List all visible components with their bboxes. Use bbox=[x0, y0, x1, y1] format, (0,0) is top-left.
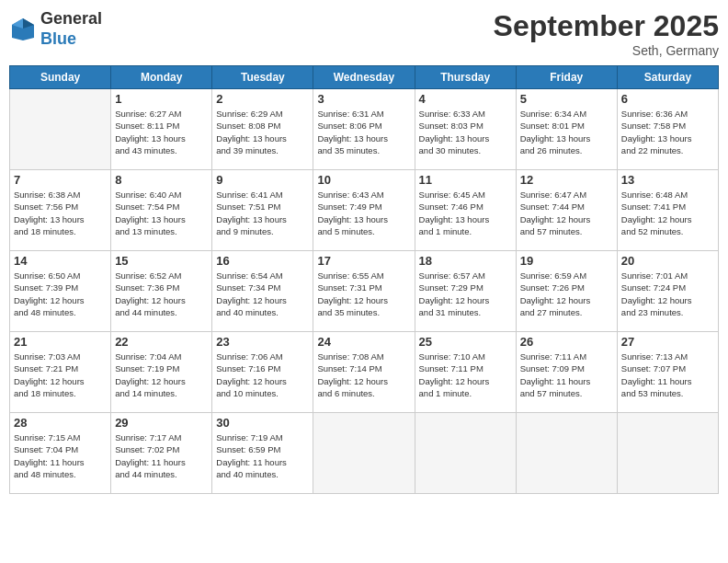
day-info: Sunrise: 6:29 AMSunset: 8:08 PMDaylight:… bbox=[216, 108, 309, 156]
day-header-friday: Friday bbox=[516, 66, 617, 89]
day-info: Sunrise: 6:45 AMSunset: 7:46 PMDaylight:… bbox=[419, 189, 512, 237]
day-info: Sunrise: 6:52 AMSunset: 7:36 PMDaylight:… bbox=[115, 270, 208, 318]
week-row-1: 1Sunrise: 6:27 AMSunset: 8:11 PMDaylight… bbox=[10, 89, 719, 170]
calendar-cell: 22Sunrise: 7:04 AMSunset: 7:19 PMDayligh… bbox=[111, 332, 212, 413]
week-row-2: 7Sunrise: 6:38 AMSunset: 7:56 PMDaylight… bbox=[10, 170, 719, 251]
day-number: 14 bbox=[14, 254, 107, 268]
day-info: Sunrise: 6:40 AMSunset: 7:54 PMDaylight:… bbox=[115, 189, 208, 237]
logo: General Blue bbox=[9, 9, 102, 49]
day-number: 29 bbox=[115, 416, 208, 430]
calendar-cell: 24Sunrise: 7:08 AMSunset: 7:14 PMDayligh… bbox=[313, 332, 415, 413]
day-info: Sunrise: 6:36 AMSunset: 7:58 PMDaylight:… bbox=[621, 108, 714, 156]
day-number: 7 bbox=[14, 173, 107, 187]
page: General Blue September 2025 Seth, German… bbox=[0, 0, 728, 563]
day-number: 28 bbox=[14, 416, 107, 430]
day-info: Sunrise: 7:10 AMSunset: 7:11 PMDaylight:… bbox=[419, 350, 512, 399]
calendar-cell: 3Sunrise: 6:31 AMSunset: 8:06 PMDaylight… bbox=[313, 89, 415, 170]
day-number: 12 bbox=[520, 173, 613, 187]
calendar-cell bbox=[415, 413, 516, 494]
day-number: 1 bbox=[115, 92, 208, 106]
day-info: Sunrise: 6:55 AMSunset: 7:31 PMDaylight:… bbox=[317, 270, 410, 318]
calendar-cell: 13Sunrise: 6:48 AMSunset: 7:41 PMDayligh… bbox=[617, 170, 718, 251]
day-info: Sunrise: 7:06 AMSunset: 7:16 PMDaylight:… bbox=[216, 350, 309, 399]
day-number: 9 bbox=[216, 173, 309, 187]
title-block: September 2025 Seth, Germany bbox=[494, 9, 719, 58]
calendar-cell: 17Sunrise: 6:55 AMSunset: 7:31 PMDayligh… bbox=[313, 251, 415, 332]
day-info: Sunrise: 7:19 AMSunset: 6:59 PMDaylight:… bbox=[216, 431, 309, 480]
calendar-cell: 11Sunrise: 6:45 AMSunset: 7:46 PMDayligh… bbox=[415, 170, 516, 251]
day-number: 11 bbox=[419, 173, 512, 187]
day-info: Sunrise: 6:59 AMSunset: 7:26 PMDaylight:… bbox=[520, 270, 613, 318]
day-info: Sunrise: 7:15 AMSunset: 7:04 PMDaylight:… bbox=[14, 431, 107, 480]
day-number: 4 bbox=[419, 92, 512, 106]
week-row-5: 28Sunrise: 7:15 AMSunset: 7:04 PMDayligh… bbox=[10, 413, 719, 494]
calendar-table: SundayMondayTuesdayWednesdayThursdayFrid… bbox=[9, 65, 719, 494]
day-number: 18 bbox=[419, 254, 512, 268]
day-number: 24 bbox=[317, 335, 410, 349]
day-info: Sunrise: 7:04 AMSunset: 7:19 PMDaylight:… bbox=[115, 350, 208, 399]
day-number: 16 bbox=[216, 254, 309, 268]
day-number: 17 bbox=[317, 254, 410, 268]
header: General Blue September 2025 Seth, German… bbox=[9, 9, 719, 58]
calendar-cell: 15Sunrise: 6:52 AMSunset: 7:36 PMDayligh… bbox=[111, 251, 212, 332]
calendar-cell: 6Sunrise: 6:36 AMSunset: 7:58 PMDaylight… bbox=[617, 89, 718, 170]
day-info: Sunrise: 7:03 AMSunset: 7:21 PMDaylight:… bbox=[14, 350, 107, 399]
day-info: Sunrise: 6:27 AMSunset: 8:11 PMDaylight:… bbox=[115, 108, 208, 156]
calendar-cell: 26Sunrise: 7:11 AMSunset: 7:09 PMDayligh… bbox=[516, 332, 617, 413]
calendar-cell: 23Sunrise: 7:06 AMSunset: 7:16 PMDayligh… bbox=[212, 332, 313, 413]
calendar-cell: 19Sunrise: 6:59 AMSunset: 7:26 PMDayligh… bbox=[516, 251, 617, 332]
day-number: 6 bbox=[621, 92, 714, 106]
day-number: 3 bbox=[317, 92, 410, 106]
day-info: Sunrise: 7:08 AMSunset: 7:14 PMDaylight:… bbox=[317, 350, 410, 399]
logo-blue: Blue bbox=[40, 29, 102, 50]
day-number: 19 bbox=[520, 254, 613, 268]
calendar-cell: 30Sunrise: 7:19 AMSunset: 6:59 PMDayligh… bbox=[212, 413, 313, 494]
week-row-3: 14Sunrise: 6:50 AMSunset: 7:39 PMDayligh… bbox=[10, 251, 719, 332]
day-number: 10 bbox=[317, 173, 410, 187]
calendar-cell bbox=[10, 89, 111, 170]
calendar-cell: 2Sunrise: 6:29 AMSunset: 8:08 PMDaylight… bbox=[212, 89, 313, 170]
day-info: Sunrise: 6:50 AMSunset: 7:39 PMDaylight:… bbox=[14, 270, 107, 318]
day-info: Sunrise: 6:31 AMSunset: 8:06 PMDaylight:… bbox=[317, 108, 410, 156]
day-number: 20 bbox=[621, 254, 714, 268]
day-header-wednesday: Wednesday bbox=[313, 66, 415, 89]
calendar-cell: 5Sunrise: 6:34 AMSunset: 8:01 PMDaylight… bbox=[516, 89, 617, 170]
calendar-cell: 20Sunrise: 7:01 AMSunset: 7:24 PMDayligh… bbox=[617, 251, 718, 332]
calendar-cell: 27Sunrise: 7:13 AMSunset: 7:07 PMDayligh… bbox=[617, 332, 718, 413]
day-info: Sunrise: 6:57 AMSunset: 7:29 PMDaylight:… bbox=[419, 270, 512, 318]
day-info: Sunrise: 6:41 AMSunset: 7:51 PMDaylight:… bbox=[216, 189, 309, 237]
day-header-saturday: Saturday bbox=[617, 66, 718, 89]
calendar-cell: 8Sunrise: 6:40 AMSunset: 7:54 PMDaylight… bbox=[111, 170, 212, 251]
day-number: 13 bbox=[621, 173, 714, 187]
day-number: 26 bbox=[520, 335, 613, 349]
calendar-cell: 9Sunrise: 6:41 AMSunset: 7:51 PMDaylight… bbox=[212, 170, 313, 251]
logo-general: General bbox=[40, 9, 102, 29]
calendar-cell: 28Sunrise: 7:15 AMSunset: 7:04 PMDayligh… bbox=[10, 413, 111, 494]
day-info: Sunrise: 7:17 AMSunset: 7:02 PMDaylight:… bbox=[115, 431, 208, 480]
calendar-cell bbox=[617, 413, 718, 494]
day-info: Sunrise: 6:54 AMSunset: 7:34 PMDaylight:… bbox=[216, 270, 309, 318]
day-number: 25 bbox=[419, 335, 512, 349]
day-info: Sunrise: 7:11 AMSunset: 7:09 PMDaylight:… bbox=[520, 350, 613, 399]
day-info: Sunrise: 6:43 AMSunset: 7:49 PMDaylight:… bbox=[317, 189, 410, 237]
calendar-cell: 7Sunrise: 6:38 AMSunset: 7:56 PMDaylight… bbox=[10, 170, 111, 251]
day-number: 8 bbox=[115, 173, 208, 187]
day-header-thursday: Thursday bbox=[415, 66, 516, 89]
day-number: 15 bbox=[115, 254, 208, 268]
calendar-cell: 14Sunrise: 6:50 AMSunset: 7:39 PMDayligh… bbox=[10, 251, 111, 332]
day-info: Sunrise: 6:34 AMSunset: 8:01 PMDaylight:… bbox=[520, 108, 613, 156]
day-number: 5 bbox=[520, 92, 613, 106]
calendar-cell: 12Sunrise: 6:47 AMSunset: 7:44 PMDayligh… bbox=[516, 170, 617, 251]
month-title: September 2025 bbox=[494, 9, 719, 43]
calendar-cell: 21Sunrise: 7:03 AMSunset: 7:21 PMDayligh… bbox=[10, 332, 111, 413]
day-header-sunday: Sunday bbox=[10, 66, 111, 89]
day-number: 30 bbox=[216, 416, 309, 430]
logo-text: General Blue bbox=[40, 9, 102, 49]
day-info: Sunrise: 6:48 AMSunset: 7:41 PMDaylight:… bbox=[621, 189, 714, 237]
day-info: Sunrise: 6:33 AMSunset: 8:03 PMDaylight:… bbox=[419, 108, 512, 156]
logo-icon bbox=[9, 16, 37, 43]
calendar-cell: 29Sunrise: 7:17 AMSunset: 7:02 PMDayligh… bbox=[111, 413, 212, 494]
week-row-4: 21Sunrise: 7:03 AMSunset: 7:21 PMDayligh… bbox=[10, 332, 719, 413]
calendar-cell bbox=[516, 413, 617, 494]
day-number: 22 bbox=[115, 335, 208, 349]
